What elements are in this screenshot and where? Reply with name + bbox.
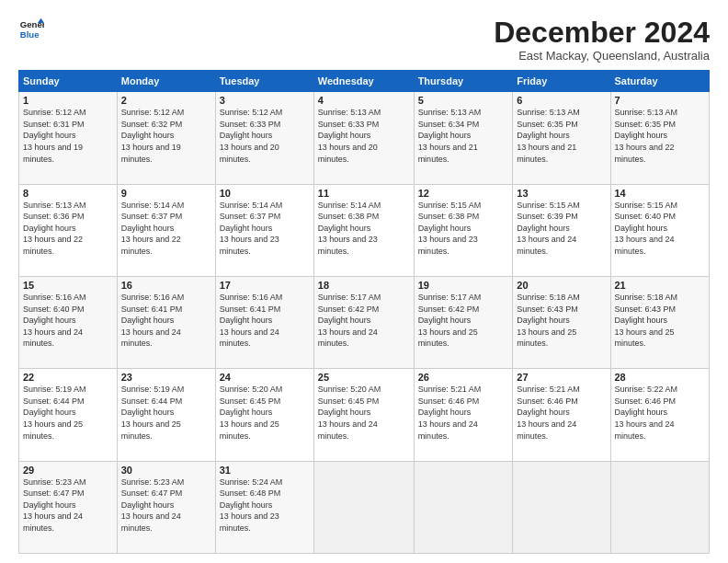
day-number: 23 xyxy=(121,372,211,383)
day-number: 1 xyxy=(23,95,113,106)
calendar-day-4: 4 Sunrise: 5:13 AMSunset: 6:33 PMDayligh… xyxy=(313,92,414,184)
day-number: 18 xyxy=(318,280,410,291)
calendar-day-24: 24 Sunrise: 5:20 AMSunset: 6:45 PMDaylig… xyxy=(215,369,313,461)
day-number: 20 xyxy=(517,280,606,291)
calendar-table: SundayMondayTuesdayWednesdayThursdayFrid… xyxy=(18,70,710,554)
calendar-day-7: 7 Sunrise: 5:13 AMSunset: 6:35 PMDayligh… xyxy=(610,92,710,184)
day-number: 22 xyxy=(23,372,113,383)
calendar-day-18: 18 Sunrise: 5:17 AMSunset: 6:42 PMDaylig… xyxy=(313,276,414,368)
day-detail: Sunrise: 5:13 AMSunset: 6:33 PMDaylight … xyxy=(318,107,410,165)
day-detail: Sunrise: 5:12 AMSunset: 6:32 PMDaylight … xyxy=(121,107,211,165)
day-number: 7 xyxy=(615,95,706,106)
day-number: 16 xyxy=(121,280,211,291)
calendar-header-saturday: Saturday xyxy=(610,71,710,92)
logo: General Blue xyxy=(18,17,44,42)
day-number: 9 xyxy=(121,188,211,199)
day-detail: Sunrise: 5:23 AMSunset: 6:47 PMDaylight … xyxy=(121,477,211,534)
calendar-day-29: 29 Sunrise: 5:23 AMSunset: 6:47 PMDaylig… xyxy=(19,461,118,553)
calendar-header-wednesday: Wednesday xyxy=(313,71,414,92)
svg-text:Blue: Blue xyxy=(20,29,40,40)
day-detail: Sunrise: 5:14 AMSunset: 6:38 PMDaylight … xyxy=(318,200,410,258)
calendar-header-tuesday: Tuesday xyxy=(215,71,313,92)
calendar-header-sunday: Sunday xyxy=(19,71,118,92)
empty-cell xyxy=(513,461,610,553)
day-number: 26 xyxy=(418,372,509,383)
day-detail: Sunrise: 5:16 AMSunset: 6:41 PMDaylight … xyxy=(220,292,310,350)
calendar-day-15: 15 Sunrise: 5:16 AMSunset: 6:40 PMDaylig… xyxy=(19,276,118,368)
day-detail: Sunrise: 5:13 AMSunset: 6:35 PMDaylight … xyxy=(517,107,606,165)
day-number: 25 xyxy=(318,372,410,383)
calendar-day-12: 12 Sunrise: 5:15 AMSunset: 6:38 PMDaylig… xyxy=(414,184,513,276)
calendar-day-25: 25 Sunrise: 5:20 AMSunset: 6:45 PMDaylig… xyxy=(313,369,414,461)
day-detail: Sunrise: 5:19 AMSunset: 6:44 PMDaylight … xyxy=(121,384,211,442)
subtitle: East Mackay, Queensland, Australia xyxy=(494,49,710,63)
calendar-day-1: 1 Sunrise: 5:12 AMSunset: 6:31 PMDayligh… xyxy=(19,92,118,184)
day-number: 12 xyxy=(418,188,509,199)
day-number: 14 xyxy=(615,188,706,199)
day-number: 10 xyxy=(220,188,310,199)
day-number: 11 xyxy=(318,188,410,199)
day-detail: Sunrise: 5:20 AMSunset: 6:45 PMDaylight … xyxy=(220,384,310,442)
calendar-day-27: 27 Sunrise: 5:21 AMSunset: 6:46 PMDaylig… xyxy=(513,369,610,461)
calendar-week-row: 22 Sunrise: 5:19 AMSunset: 6:44 PMDaylig… xyxy=(19,369,710,461)
day-detail: Sunrise: 5:13 AMSunset: 6:34 PMDaylight … xyxy=(418,107,509,165)
calendar-day-30: 30 Sunrise: 5:23 AMSunset: 6:47 PMDaylig… xyxy=(117,461,215,553)
calendar-day-10: 10 Sunrise: 5:14 AMSunset: 6:37 PMDaylig… xyxy=(215,184,313,276)
day-detail: Sunrise: 5:13 AMSunset: 6:35 PMDaylight … xyxy=(615,107,706,165)
day-detail: Sunrise: 5:23 AMSunset: 6:47 PMDaylight … xyxy=(23,477,113,534)
page: General Blue December 2024 East Mackay, … xyxy=(0,0,728,563)
calendar-day-17: 17 Sunrise: 5:16 AMSunset: 6:41 PMDaylig… xyxy=(215,276,313,368)
day-number: 15 xyxy=(23,280,113,291)
calendar-day-16: 16 Sunrise: 5:16 AMSunset: 6:41 PMDaylig… xyxy=(117,276,215,368)
day-detail: Sunrise: 5:22 AMSunset: 6:46 PMDaylight … xyxy=(615,384,706,442)
empty-cell xyxy=(414,461,513,553)
day-number: 8 xyxy=(23,188,113,199)
calendar-day-28: 28 Sunrise: 5:22 AMSunset: 6:46 PMDaylig… xyxy=(610,369,710,461)
day-detail: Sunrise: 5:21 AMSunset: 6:46 PMDaylight … xyxy=(517,384,606,442)
header: General Blue December 2024 East Mackay, … xyxy=(18,17,710,63)
calendar-day-11: 11 Sunrise: 5:14 AMSunset: 6:38 PMDaylig… xyxy=(313,184,414,276)
calendar-week-row: 29 Sunrise: 5:23 AMSunset: 6:47 PMDaylig… xyxy=(19,461,710,553)
empty-cell xyxy=(313,461,414,553)
calendar-day-20: 20 Sunrise: 5:18 AMSunset: 6:43 PMDaylig… xyxy=(513,276,610,368)
logo-icon: General Blue xyxy=(18,17,44,42)
day-number: 31 xyxy=(220,465,310,476)
day-detail: Sunrise: 5:17 AMSunset: 6:42 PMDaylight … xyxy=(318,292,410,350)
calendar-day-26: 26 Sunrise: 5:21 AMSunset: 6:46 PMDaylig… xyxy=(414,369,513,461)
calendar-day-6: 6 Sunrise: 5:13 AMSunset: 6:35 PMDayligh… xyxy=(513,92,610,184)
empty-cell xyxy=(610,461,710,553)
day-number: 24 xyxy=(220,372,310,383)
day-detail: Sunrise: 5:18 AMSunset: 6:43 PMDaylight … xyxy=(517,292,606,350)
calendar-week-row: 15 Sunrise: 5:16 AMSunset: 6:40 PMDaylig… xyxy=(19,276,710,368)
calendar-day-22: 22 Sunrise: 5:19 AMSunset: 6:44 PMDaylig… xyxy=(19,369,118,461)
day-detail: Sunrise: 5:18 AMSunset: 6:43 PMDaylight … xyxy=(615,292,706,350)
day-detail: Sunrise: 5:19 AMSunset: 6:44 PMDaylight … xyxy=(23,384,113,442)
day-detail: Sunrise: 5:21 AMSunset: 6:46 PMDaylight … xyxy=(418,384,509,442)
day-detail: Sunrise: 5:15 AMSunset: 6:40 PMDaylight … xyxy=(615,200,706,258)
day-detail: Sunrise: 5:20 AMSunset: 6:45 PMDaylight … xyxy=(318,384,410,442)
day-detail: Sunrise: 5:12 AMSunset: 6:33 PMDaylight … xyxy=(220,107,310,165)
day-detail: Sunrise: 5:24 AMSunset: 6:48 PMDaylight … xyxy=(220,477,310,534)
day-detail: Sunrise: 5:14 AMSunset: 6:37 PMDaylight … xyxy=(121,200,211,258)
calendar-week-row: 1 Sunrise: 5:12 AMSunset: 6:31 PMDayligh… xyxy=(19,92,710,184)
day-number: 27 xyxy=(517,372,606,383)
calendar-day-5: 5 Sunrise: 5:13 AMSunset: 6:34 PMDayligh… xyxy=(414,92,513,184)
calendar-week-row: 8 Sunrise: 5:13 AMSunset: 6:36 PMDayligh… xyxy=(19,184,710,276)
day-number: 21 xyxy=(615,280,706,291)
calendar-day-14: 14 Sunrise: 5:15 AMSunset: 6:40 PMDaylig… xyxy=(610,184,710,276)
calendar-header-monday: Monday xyxy=(117,71,215,92)
day-number: 5 xyxy=(418,95,509,106)
day-number: 28 xyxy=(615,372,706,383)
calendar-day-3: 3 Sunrise: 5:12 AMSunset: 6:33 PMDayligh… xyxy=(215,92,313,184)
day-number: 19 xyxy=(418,280,509,291)
calendar-header-row: SundayMondayTuesdayWednesdayThursdayFrid… xyxy=(19,71,710,92)
day-detail: Sunrise: 5:17 AMSunset: 6:42 PMDaylight … xyxy=(418,292,509,350)
calendar-day-19: 19 Sunrise: 5:17 AMSunset: 6:42 PMDaylig… xyxy=(414,276,513,368)
day-number: 29 xyxy=(23,465,113,476)
day-number: 2 xyxy=(121,95,211,106)
day-detail: Sunrise: 5:13 AMSunset: 6:36 PMDaylight … xyxy=(23,200,113,258)
calendar-day-8: 8 Sunrise: 5:13 AMSunset: 6:36 PMDayligh… xyxy=(19,184,118,276)
calendar-day-31: 31 Sunrise: 5:24 AMSunset: 6:48 PMDaylig… xyxy=(215,461,313,553)
calendar-header-friday: Friday xyxy=(513,71,610,92)
day-number: 3 xyxy=(220,95,310,106)
